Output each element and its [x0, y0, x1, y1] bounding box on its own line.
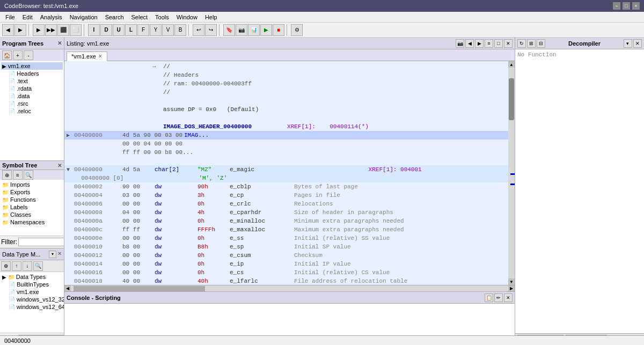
listing-close-btn[interactable]: ✕ — [504, 39, 513, 48]
console-btn2[interactable]: ✏ — [494, 293, 503, 302]
pt-collapse-btn[interactable]: - — [24, 50, 33, 60]
listing-nav-prev[interactable]: ◀ — [465, 39, 474, 48]
dec-refresh-btn[interactable]: ↻ — [517, 39, 526, 48]
tb-btn-12[interactable]: B — [174, 24, 186, 36]
st-btn1[interactable]: ⊕ — [2, 170, 12, 180]
tb-redo[interactable]: ↪ — [205, 24, 217, 36]
menu-analysis[interactable]: Analysis — [37, 13, 65, 21]
console-btn1[interactable]: 📋 — [485, 293, 493, 302]
st-btn3[interactable]: 🔍 — [24, 170, 33, 180]
dt-win64[interactable]: 📄 windows_vs12_64 — [8, 303, 63, 311]
symbol-tree-close[interactable]: ✕ — [57, 163, 62, 168]
symbol-filter-input[interactable] — [18, 238, 64, 246]
tree-item-headers[interactable]: 📄 Headers — [8, 70, 63, 77]
tree-rsrc-label: .rsrc — [17, 100, 28, 107]
hscroll-left-btn[interactable]: ◀ — [64, 285, 71, 292]
menu-file[interactable]: File — [2, 13, 18, 21]
left-panel: Program Trees ✕ 🏠 + - ▶ vm1.exe 📄 Header… — [0, 38, 64, 345]
file-icon-builtins: 📄 — [9, 282, 15, 288]
hscroll-thumb[interactable] — [74, 286, 205, 291]
scroll-thumb[interactable] — [509, 78, 514, 121]
listing-content[interactable]: → // // Headers // ram: 00400000-004003f… — [64, 61, 508, 285]
menu-edit[interactable]: Edit — [19, 13, 36, 21]
tb-btn-10[interactable]: Y — [150, 24, 162, 36]
tree-item-rdata[interactable]: 📄 .rdata — [8, 85, 63, 92]
pt-home-btn[interactable]: 🏠 — [2, 50, 12, 60]
menu-navigation[interactable]: Navigation — [67, 13, 101, 21]
tree-item-reloc[interactable]: 📄 .reloc — [8, 107, 63, 115]
tb-btn-6[interactable]: D — [100, 24, 112, 36]
dt-tb1[interactable]: ⊕ — [1, 261, 11, 271]
maximize-button[interactable]: □ — [623, 2, 630, 10]
pt-expand-btn[interactable]: + — [13, 50, 23, 60]
sym-imports[interactable]: 📁 Imports — [1, 181, 63, 188]
dec-expand-btn[interactable]: ▾ — [624, 39, 632, 48]
tree-item-text[interactable]: 📄 .text — [8, 77, 63, 85]
tb-graph[interactable]: 📊 — [248, 24, 260, 36]
tb-btn-3[interactable]: ⬛ — [57, 24, 69, 36]
sym-functions[interactable]: 📁 Functions — [1, 196, 63, 203]
menu-tools[interactable]: Tools — [152, 13, 172, 21]
dt-tb4[interactable]: 🔍 — [33, 261, 43, 271]
dt-win32[interactable]: 📄 windows_vs12_32 — [8, 296, 63, 303]
listing-hscrollbar[interactable]: ◀ ▶ — [64, 285, 515, 291]
tb-btn-9[interactable]: F — [137, 24, 149, 36]
tb-bookmark[interactable]: 🔖 — [223, 24, 235, 36]
back-button[interactable]: ◀ — [2, 24, 14, 36]
dt-builtins[interactable]: 📄 BuiltInTypes — [8, 281, 63, 288]
tb-stop[interactable]: ■ — [273, 24, 284, 36]
dt-expand-btn[interactable]: ▾ — [49, 251, 56, 258]
tree-item-vm1exe[interactable]: ▶ vm1.exe — [1, 62, 63, 70]
tb-capture[interactable]: 📷 — [236, 24, 247, 36]
menu-search[interactable]: Search — [102, 13, 127, 21]
menu-window[interactable]: Window — [173, 13, 201, 21]
dec-close-btn[interactable]: ✕ — [633, 39, 642, 48]
tb-run[interactable]: ▶ — [260, 24, 272, 36]
tb-btn-8[interactable]: L — [125, 24, 137, 36]
tb-btn-7[interactable]: U — [113, 24, 125, 36]
listing-menu-btn[interactable]: ≡ — [485, 39, 493, 48]
dec-btn3[interactable]: ⊟ — [537, 39, 545, 48]
sym-classes[interactable]: 📁 Classes — [1, 211, 63, 218]
tb-btn-4[interactable]: ⬜ — [70, 24, 82, 36]
tb-btn-5[interactable]: I — [88, 24, 100, 36]
tb-btn-2[interactable]: ▶▶ — [45, 24, 57, 36]
listing-tab-vm1exe[interactable]: *vm1.exe ✕ — [67, 52, 107, 61]
listing-row-collapsed-1[interactable]: ▶ 00400000 4d 5a 90 00 03 00 IMAG... — [64, 131, 508, 140]
dt-datatypes[interactable]: ▶ 📁 Data Types — [1, 273, 63, 281]
close-button[interactable]: × — [632, 2, 640, 10]
sym-exports[interactable]: 📁 Exports — [1, 188, 63, 196]
addr-emaxalloc: 0040000c — [74, 226, 122, 233]
tree-item-data[interactable]: 📄 .data — [8, 92, 63, 100]
minimize-button[interactable]: − — [613, 2, 620, 10]
tree-item-rsrc[interactable]: 📄 .rsrc — [8, 100, 63, 107]
listing-expand-btn[interactable]: □ — [494, 39, 503, 48]
listing-nav-next[interactable]: ▶ — [475, 39, 484, 48]
dt-vm1exe[interactable]: 📄 vm1.exe — [8, 288, 63, 296]
tb-settings[interactable]: ⚙ — [291, 24, 303, 36]
tb-undo[interactable]: ↩ — [193, 24, 204, 36]
dec-btn2[interactable]: ⊞ — [527, 39, 536, 48]
scroll-up-btn[interactable]: ▲ — [508, 61, 515, 68]
tb-btn-11[interactable]: V — [162, 24, 174, 36]
menu-help[interactable]: Help — [202, 13, 221, 21]
dt-tb2[interactable]: ↑ — [12, 261, 21, 271]
dt-tb3[interactable]: ↓ — [23, 261, 32, 271]
tb-btn-1[interactable]: ▶ — [33, 24, 45, 36]
right-panel: ↻ ⊞ ⊟ Decompiler ▾ ✕ No Function Decompi… — [515, 38, 644, 345]
hscroll-right-btn[interactable]: ▶ — [508, 285, 515, 292]
listing-snapshot-btn[interactable]: 📷 — [456, 39, 464, 48]
listing-scrollbar[interactable]: ▲ ▼ — [508, 61, 515, 285]
scroll-down-btn[interactable]: ▼ — [508, 278, 515, 285]
st-btn2[interactable]: ≡ — [13, 170, 23, 180]
menu-select[interactable]: Select — [128, 13, 151, 21]
console-close[interactable]: ✕ — [504, 293, 513, 302]
program-trees-close[interactable]: ✕ — [57, 40, 62, 46]
listing-tab-close[interactable]: ✕ — [98, 54, 103, 59]
forward-button[interactable]: ▶ — [14, 24, 26, 36]
listing-row-emagic[interactable]: ▼ 00400000 4d 5a char[2] "MZ" e_magic XR… — [64, 165, 508, 174]
sym-labels[interactable]: 📁 Labels — [1, 203, 63, 211]
collapsed-bytes-2: 00 00 04 00 00 00 — [122, 141, 182, 147]
sym-namespaces[interactable]: 📁 Namespaces — [1, 218, 63, 226]
data-type-close[interactable]: ✕ — [57, 251, 62, 258]
